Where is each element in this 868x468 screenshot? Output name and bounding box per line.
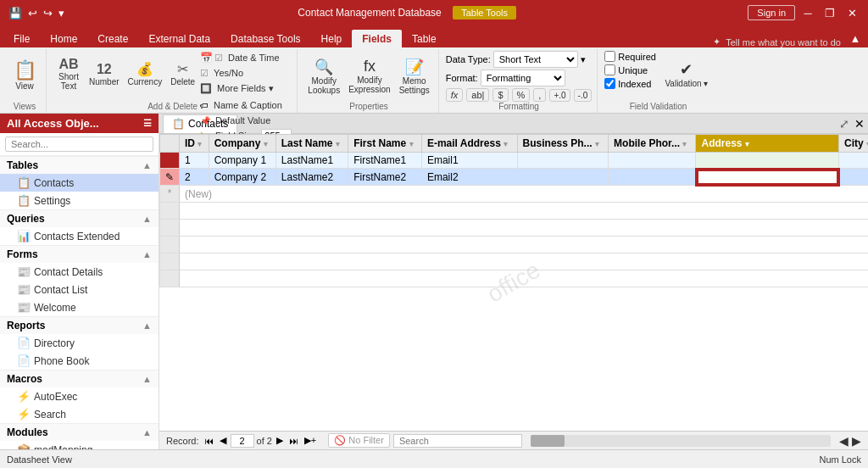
required-check[interactable]: Required <box>604 51 656 62</box>
cell-city-1[interactable] <box>839 153 868 169</box>
short-text-button[interactable]: AB ShortText <box>53 51 84 97</box>
new-record-button[interactable]: ▶+ <box>303 435 318 446</box>
format-select[interactable]: Formatting <box>481 70 565 86</box>
sign-in-button[interactable]: Sign in <box>748 5 795 20</box>
sidebar-section-forms[interactable]: Forms ▲ <box>0 245 159 263</box>
col-mobile-phone[interactable]: Mobile Phor... ▾ <box>609 135 696 153</box>
cell-city-2[interactable] <box>839 169 868 186</box>
delete-button[interactable]: ✂ Delete <box>167 51 198 97</box>
sidebar-item-welcome[interactable]: 📰 Welcome <box>0 298 159 316</box>
col-address[interactable]: Address ▾ <box>696 135 839 153</box>
last-record-button[interactable]: ⏭ <box>287 436 300 446</box>
col-company[interactable]: Company ▾ <box>209 135 275 153</box>
cell-bizphone-2[interactable] <box>517 169 609 186</box>
address-cell-input[interactable] <box>697 170 838 185</box>
scroll-thumb[interactable] <box>531 435 565 447</box>
number-button[interactable]: 12 Number <box>86 51 123 97</box>
sidebar-section-queries[interactable]: Queries ▲ <box>0 209 159 227</box>
sidebar-item-autoexec[interactable]: ⚡ AutoExec <box>0 387 159 405</box>
col-last-name[interactable]: Last Name ▾ <box>275 135 348 153</box>
sidebar-section-modules[interactable]: Modules ▲ <box>0 423 159 441</box>
tab-home[interactable]: Home <box>40 30 87 47</box>
data-type-select[interactable]: Short Text Long Text Number Date/Time <box>493 51 578 68</box>
col-email[interactable]: E-mail Address ▾ <box>421 135 517 153</box>
sidebar-item-contacts-extended[interactable]: 📊 Contacts Extended <box>0 227 159 245</box>
tab-help[interactable]: Help <box>311 30 353 47</box>
col-business-phone[interactable]: Business Ph... ▾ <box>517 135 609 153</box>
sidebar-item-contact-details[interactable]: 📰 Contact Details <box>0 263 159 281</box>
no-filter-button[interactable]: 🚫 No Filter <box>328 433 390 448</box>
next-record-button[interactable]: ▶ <box>275 435 285 446</box>
cell-address-2[interactable] <box>696 169 839 186</box>
cell-lastname-2[interactable]: LastName2 <box>275 169 348 186</box>
indexed-check[interactable]: Indexed <box>604 78 656 89</box>
close-button[interactable]: ✕ <box>843 3 861 22</box>
unique-checkbox[interactable] <box>604 64 615 75</box>
col-city[interactable]: City ▾ <box>839 135 868 153</box>
modify-lookups-button[interactable]: 🔍 ModifyLookups <box>304 53 343 99</box>
maximize-icon[interactable]: ⤢ <box>839 117 849 131</box>
cell-mobphone-1[interactable] <box>609 153 696 169</box>
sidebar-section-macros[interactable]: Macros ▲ <box>0 370 159 387</box>
tab-external-data[interactable]: External Data <box>138 30 220 47</box>
sidebar-item-settings[interactable]: 📋 Settings <box>0 192 159 209</box>
cell-company-2[interactable]: Company 2 <box>209 169 275 186</box>
percent-button[interactable]: % <box>512 88 531 102</box>
unique-check[interactable]: Unique <box>604 64 656 75</box>
sidebar-item-phone-book[interactable]: 📄 Phone Book <box>0 352 159 370</box>
more-fields-button[interactable]: More Fields ▾ <box>214 81 277 96</box>
cell-id-1[interactable]: 1 <box>180 153 209 169</box>
minimize-button[interactable]: ─ <box>798 3 817 22</box>
table-row[interactable]: ✎ 2 Company 2 LastName2 FirstName2 Email… <box>160 169 869 186</box>
cell-lastname-1[interactable]: LastName1 <box>275 153 348 169</box>
yes-no-button[interactable]: Yes/No <box>210 66 247 80</box>
ab-format-button[interactable]: ab| <box>466 88 489 102</box>
first-record-button[interactable]: ⏮ <box>203 436 215 446</box>
table-row[interactable]: 1 Company 1 LastName1 FirstName1 Email1 <box>160 153 869 169</box>
sidebar-item-contacts[interactable]: 📋 Contacts <box>0 174 159 192</box>
cell-mobphone-2[interactable] <box>609 169 696 186</box>
comma-button[interactable]: , <box>533 88 546 102</box>
indexed-checkbox[interactable] <box>604 78 615 89</box>
table-search-input[interactable] <box>393 434 522 448</box>
scroll-right-icon[interactable]: ▶ <box>852 434 861 448</box>
validation-button[interactable]: ✔ Validation ▾ <box>661 51 712 97</box>
cell-id-2[interactable]: 2 <box>180 169 209 186</box>
tab-file[interactable]: File <box>3 30 40 47</box>
memo-settings-button[interactable]: 📝 MemoSettings <box>396 53 433 99</box>
cell-company-1[interactable]: Company 1 <box>209 153 275 169</box>
col-id[interactable]: ID ▾ <box>180 135 209 153</box>
dec-down-button[interactable]: -.0 <box>574 89 593 102</box>
modify-expression-button[interactable]: fx ModifyExpression <box>345 53 393 99</box>
restore-button[interactable]: ❐ <box>821 3 839 22</box>
dec-up-button[interactable]: +.0 <box>549 89 570 102</box>
col-first-name[interactable]: First Name ▾ <box>348 135 422 153</box>
view-button[interactable]: 📋 View <box>8 53 41 99</box>
cell-firstname-1[interactable]: FirstName1 <box>348 153 422 169</box>
table-row-new[interactable]: * (New) <box>160 186 869 203</box>
sidebar-item-search-macro[interactable]: ⚡ Search <box>0 405 159 423</box>
ribbon-collapse-icon[interactable]: ▲ <box>846 29 865 47</box>
dollar-button[interactable]: $ <box>492 88 508 102</box>
tab-table[interactable]: Table <box>402 30 447 47</box>
currency-button[interactable]: 💰 Currency <box>125 51 166 97</box>
undo-icon[interactable]: ↩ <box>26 5 39 21</box>
cell-address-1[interactable] <box>696 153 839 169</box>
save-icon[interactable]: 💾 <box>7 5 24 21</box>
default-value-button[interactable]: Default Value <box>212 114 274 127</box>
sidebar-item-mod-mapping[interactable]: 📦 modMapping <box>0 441 159 449</box>
cell-email-1[interactable]: Email1 <box>421 153 517 169</box>
current-record-input[interactable] <box>231 434 254 448</box>
tab-create[interactable]: Create <box>87 30 138 47</box>
cell-bizphone-1[interactable] <box>517 153 609 169</box>
cell-email-2[interactable]: Email2 <box>421 169 517 186</box>
scroll-left-icon[interactable]: ◀ <box>839 434 849 448</box>
tab-fields[interactable]: Fields <box>352 30 402 47</box>
sidebar-item-contact-list[interactable]: 📰 Contact List <box>0 281 159 298</box>
date-time-button[interactable]: Date & Time <box>225 51 283 64</box>
sidebar-item-directory[interactable]: 📄 Directory <box>0 334 159 352</box>
prev-record-button[interactable]: ◀ <box>218 435 228 446</box>
close-table-icon[interactable]: ✕ <box>854 117 865 131</box>
horizontal-scrollbar[interactable] <box>531 435 831 447</box>
tell-me-text[interactable]: Tell me what you want to do <box>726 37 841 47</box>
